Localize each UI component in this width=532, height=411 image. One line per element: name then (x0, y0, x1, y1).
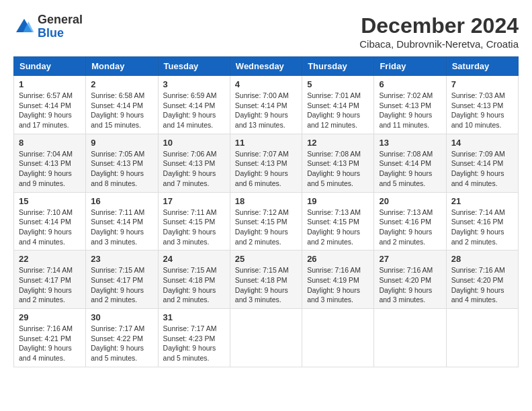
daylight-label: Daylight: 9 hours and 15 minutes. (91, 111, 144, 129)
day-number: 23 (91, 254, 152, 264)
calendar-cell: 7 Sunrise: 7:03 AM Sunset: 4:13 PM Dayli… (446, 76, 518, 134)
sunset-label: Sunset: 4:20 PM (379, 276, 431, 284)
daylight-label: Daylight: 9 hours and 3 minutes. (91, 228, 144, 246)
day-info: Sunrise: 6:59 AM Sunset: 4:14 PM Dayligh… (163, 91, 225, 130)
sunset-label: Sunset: 4:13 PM (307, 159, 359, 167)
daylight-label: Daylight: 9 hours and 5 minutes. (379, 169, 432, 187)
day-number: 15 (19, 196, 81, 206)
daylight-label: Daylight: 9 hours and 7 minutes. (163, 169, 216, 187)
sunrise-label: Sunrise: 7:03 AM (451, 91, 505, 99)
page-header: General Blue December 2024 Cibaca, Dubro… (13, 13, 519, 50)
calendar-week-3: 15 Sunrise: 7:10 AM Sunset: 4:14 PM Dayl… (14, 192, 519, 250)
sunrise-label: Sunrise: 7:15 AM (235, 266, 289, 274)
calendar-cell: 18 Sunrise: 7:12 AM Sunset: 4:15 PM Dayl… (230, 192, 302, 250)
day-number: 19 (307, 196, 369, 206)
sunrise-label: Sunrise: 7:17 AM (91, 324, 144, 332)
daylight-label: Daylight: 9 hours and 3 minutes. (235, 286, 288, 304)
calendar-cell (230, 309, 302, 367)
day-info: Sunrise: 7:01 AM Sunset: 4:14 PM Dayligh… (307, 91, 369, 130)
day-info: Sunrise: 7:04 AM Sunset: 4:13 PM Dayligh… (19, 149, 81, 189)
calendar-cell: 20 Sunrise: 7:13 AM Sunset: 4:16 PM Dayl… (374, 192, 446, 250)
daylight-label: Daylight: 9 hours and 2 minutes. (91, 286, 144, 304)
calendar-week-2: 8 Sunrise: 7:04 AM Sunset: 4:13 PM Dayli… (14, 134, 519, 192)
sunrise-label: Sunrise: 7:11 AM (163, 208, 217, 216)
weekday-header-friday: Friday (374, 57, 446, 76)
day-number: 18 (235, 196, 297, 206)
day-info: Sunrise: 7:13 AM Sunset: 4:15 PM Dayligh… (307, 208, 369, 247)
calendar-week-4: 22 Sunrise: 7:14 AM Sunset: 4:17 PM Dayl… (14, 250, 519, 309)
calendar-cell: 23 Sunrise: 7:15 AM Sunset: 4:17 PM Dayl… (86, 250, 158, 309)
sunset-label: Sunset: 4:23 PM (163, 334, 216, 342)
day-info: Sunrise: 7:16 AM Sunset: 4:19 PM Dayligh… (307, 265, 369, 305)
day-number: 22 (19, 254, 81, 264)
calendar-cell: 14 Sunrise: 7:09 AM Sunset: 4:14 PM Dayl… (446, 134, 518, 192)
sunset-label: Sunset: 4:16 PM (451, 218, 504, 226)
sunrise-label: Sunrise: 7:11 AM (91, 208, 144, 216)
day-number: 29 (19, 312, 81, 322)
calendar-cell: 9 Sunrise: 7:05 AM Sunset: 4:13 PM Dayli… (86, 134, 158, 192)
calendar-cell: 16 Sunrise: 7:11 AM Sunset: 4:14 PM Dayl… (86, 192, 158, 250)
logo-blue: Blue (38, 26, 64, 40)
calendar-cell: 13 Sunrise: 7:08 AM Sunset: 4:14 PM Dayl… (374, 134, 446, 192)
sunset-label: Sunset: 4:19 PM (307, 276, 359, 284)
calendar-cell: 30 Sunrise: 7:17 AM Sunset: 4:22 PM Dayl… (86, 309, 158, 367)
daylight-label: Daylight: 9 hours and 12 minutes. (307, 111, 360, 129)
calendar-cell: 22 Sunrise: 7:14 AM Sunset: 4:17 PM Dayl… (14, 250, 86, 309)
sunrise-label: Sunrise: 7:06 AM (163, 150, 217, 158)
day-info: Sunrise: 7:15 AM Sunset: 4:17 PM Dayligh… (91, 265, 152, 305)
daylight-label: Daylight: 9 hours and 2 minutes. (163, 286, 216, 304)
calendar-table: SundayMondayTuesdayWednesdayThursdayFrid… (13, 56, 519, 367)
logo-text: General Blue (38, 13, 83, 40)
title-block: December 2024 Cibaca, Dubrovnik-Neretva,… (359, 13, 519, 50)
sunrise-label: Sunrise: 7:14 AM (451, 208, 505, 216)
logo-general: General (38, 13, 83, 26)
day-info: Sunrise: 7:14 AM Sunset: 4:16 PM Dayligh… (451, 208, 513, 247)
sunrise-label: Sunrise: 7:13 AM (379, 208, 433, 216)
daylight-label: Daylight: 9 hours and 11 minutes. (379, 111, 432, 129)
day-info: Sunrise: 7:16 AM Sunset: 4:20 PM Dayligh… (451, 265, 513, 305)
daylight-label: Daylight: 9 hours and 3 minutes. (379, 286, 432, 304)
sunrise-label: Sunrise: 7:08 AM (307, 150, 361, 158)
sunrise-label: Sunrise: 7:04 AM (19, 150, 73, 158)
weekday-header-sunday: Sunday (14, 57, 86, 76)
calendar-cell: 3 Sunrise: 6:59 AM Sunset: 4:14 PM Dayli… (158, 76, 230, 134)
sunset-label: Sunset: 4:14 PM (19, 218, 71, 226)
sunset-label: Sunset: 4:14 PM (19, 101, 71, 109)
day-number: 24 (163, 254, 225, 264)
daylight-label: Daylight: 9 hours and 14 minutes. (163, 111, 216, 129)
sunrise-label: Sunrise: 7:09 AM (451, 150, 505, 158)
daylight-label: Daylight: 9 hours and 2 minutes. (19, 286, 72, 304)
calendar-cell (374, 309, 446, 367)
calendar-body: 1 Sunrise: 6:57 AM Sunset: 4:14 PM Dayli… (14, 76, 519, 367)
calendar-cell (446, 309, 518, 367)
sunset-label: Sunset: 4:14 PM (235, 101, 287, 109)
day-info: Sunrise: 7:10 AM Sunset: 4:14 PM Dayligh… (19, 208, 81, 247)
daylight-label: Daylight: 9 hours and 2 minutes. (307, 228, 360, 246)
calendar-cell: 11 Sunrise: 7:07 AM Sunset: 4:13 PM Dayl… (230, 134, 302, 192)
day-number: 12 (307, 138, 369, 148)
day-info: Sunrise: 7:03 AM Sunset: 4:13 PM Dayligh… (451, 91, 513, 130)
day-number: 27 (379, 254, 441, 264)
sunrise-label: Sunrise: 7:14 AM (19, 266, 73, 274)
day-info: Sunrise: 7:15 AM Sunset: 4:18 PM Dayligh… (235, 265, 297, 305)
day-number: 8 (19, 138, 81, 148)
logo: General Blue (13, 13, 83, 40)
day-info: Sunrise: 7:13 AM Sunset: 4:16 PM Dayligh… (379, 208, 441, 247)
day-info: Sunrise: 7:16 AM Sunset: 4:20 PM Dayligh… (379, 265, 441, 305)
day-info: Sunrise: 7:02 AM Sunset: 4:13 PM Dayligh… (379, 91, 441, 130)
calendar-cell: 17 Sunrise: 7:11 AM Sunset: 4:15 PM Dayl… (158, 192, 230, 250)
day-info: Sunrise: 7:17 AM Sunset: 4:22 PM Dayligh… (91, 324, 152, 363)
sunset-label: Sunset: 4:14 PM (307, 101, 359, 109)
sunset-label: Sunset: 4:18 PM (163, 276, 216, 284)
daylight-label: Daylight: 9 hours and 9 minutes. (19, 169, 72, 187)
day-info: Sunrise: 7:06 AM Sunset: 4:13 PM Dayligh… (163, 149, 225, 189)
daylight-label: Daylight: 9 hours and 6 minutes. (235, 169, 288, 187)
day-number: 10 (163, 138, 225, 148)
day-number: 6 (379, 79, 441, 89)
day-info: Sunrise: 7:15 AM Sunset: 4:18 PM Dayligh… (163, 265, 225, 305)
day-info: Sunrise: 6:58 AM Sunset: 4:14 PM Dayligh… (91, 91, 152, 130)
sunset-label: Sunset: 4:14 PM (91, 101, 143, 109)
daylight-label: Daylight: 9 hours and 13 minutes. (235, 111, 288, 129)
sunrise-label: Sunrise: 7:16 AM (379, 266, 433, 274)
sunset-label: Sunset: 4:17 PM (19, 276, 71, 284)
